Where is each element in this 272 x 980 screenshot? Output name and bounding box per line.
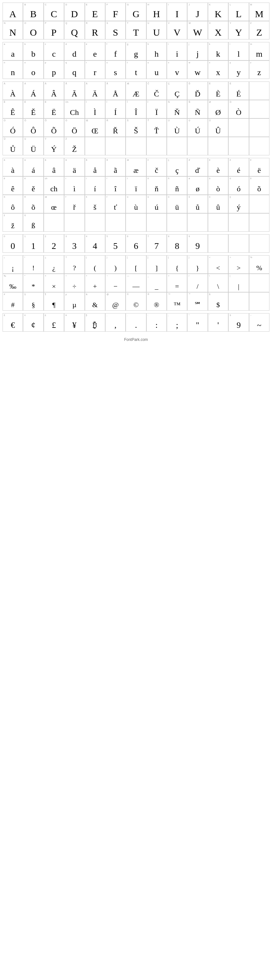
char-index: ) [107, 256, 107, 258]
char-glyph: T [133, 28, 139, 37]
char-cell: ÒÒ [228, 100, 249, 118]
char-glyph: ř [73, 204, 75, 211]
char-glyph: ø [196, 185, 200, 192]
char-index: ß [24, 214, 26, 216]
char-index: À [4, 83, 5, 85]
char-index: > [230, 256, 231, 258]
char-index: $ [209, 293, 210, 295]
char-index: G [127, 3, 128, 6]
char-index: õ [24, 196, 26, 198]
char-cell: ÝÝ [44, 137, 64, 155]
char-cell: LL [228, 3, 249, 21]
char-index: } [189, 256, 189, 258]
char-index: f [107, 43, 107, 45]
char-cell: ll [228, 42, 249, 60]
char-cell: kk [208, 42, 228, 60]
footer: FontPark.com [0, 334, 272, 345]
char-cell: õõ [23, 195, 43, 213]
char-glyph: ℠ [194, 301, 201, 309]
char-glyph: ň [155, 185, 158, 192]
char-glyph: ú [155, 204, 158, 211]
char-glyph: Ø [215, 108, 221, 116]
char-index: _ [148, 275, 149, 277]
char-glyph: y [237, 68, 241, 77]
char-cell: \\ [208, 274, 228, 292]
char-index: e [86, 43, 87, 45]
char-glyph: s [114, 68, 117, 77]
char-cell: vv [167, 60, 187, 79]
char-index: & [86, 293, 88, 295]
char-cell [167, 137, 187, 155]
char-cell: ?? [64, 255, 85, 274]
char-glyph: − [114, 283, 117, 290]
char-cell: ee [85, 42, 105, 60]
char-index: Ä [86, 83, 88, 85]
char-cell: ĎĎ [187, 81, 208, 100]
char-cell: ŮŮ [3, 137, 23, 155]
char-cell: úú [146, 195, 167, 213]
char-cell: BB [23, 3, 43, 21]
char-cell [85, 213, 105, 232]
char-index: Ď [189, 83, 190, 85]
char-cell: ÂÂ [44, 81, 64, 100]
char-index: õ [250, 177, 251, 180]
char-glyph: Ä [92, 90, 98, 98]
char-cell: ÅÅ [105, 81, 126, 100]
char-glyph: õ [257, 185, 261, 192]
char-index: 9 [230, 314, 231, 317]
char-cell: VV [167, 21, 187, 40]
char-glyph: ? [73, 264, 76, 272]
char-cell: [[ [126, 255, 146, 274]
char-glyph: i [176, 50, 178, 58]
char-index: Ř [107, 119, 108, 122]
char-cell [208, 234, 228, 253]
char-cell [249, 100, 269, 118]
char-cell: }} [187, 255, 208, 274]
char-cell: ûû [208, 195, 228, 213]
char-glyph: E [92, 9, 98, 19]
char-index: M [250, 3, 252, 6]
section-gap [3, 40, 269, 42]
char-cell: çç [167, 158, 187, 176]
char-glyph: S [113, 28, 118, 37]
char-index: Ø [209, 101, 211, 103]
char-cell: §§ [23, 292, 43, 311]
char-cell: ™™ [167, 292, 187, 311]
char-glyph: Y [235, 28, 242, 37]
char-glyph: w [195, 68, 201, 77]
char-index: ₿ [86, 314, 87, 317]
char-index: ™ [168, 293, 170, 295]
char-cell: == [167, 274, 187, 292]
char-index: S [107, 22, 108, 24]
char-index: ó [230, 177, 231, 180]
char-index: ď [189, 159, 190, 161]
char-cell: ÍÍ [105, 100, 126, 118]
char-index: É [230, 83, 231, 85]
char-glyph: \ [217, 283, 219, 290]
char-cell [249, 118, 269, 137]
char-glyph: ď [195, 167, 200, 174]
char-cell [44, 213, 64, 232]
char-index: : [148, 314, 148, 317]
char-index: + [86, 275, 87, 277]
char-index: × [45, 275, 46, 277]
char-glyph: O [30, 28, 37, 37]
char-index: D [66, 3, 67, 6]
char-cell: ďď [187, 158, 208, 176]
char-cell [249, 213, 269, 232]
char-index: 8 [168, 235, 169, 237]
char-index: ch [45, 177, 47, 180]
char-cell: ,, [105, 313, 126, 332]
char-cell: $$ [208, 292, 228, 311]
char-index: 7 [148, 235, 149, 237]
char-index: Ò [230, 101, 231, 103]
char-index: d [66, 43, 67, 45]
char-index: F [107, 3, 108, 6]
char-cell: ** [23, 274, 43, 292]
char-cell: chch [44, 176, 64, 195]
char-index: œ [45, 196, 47, 198]
char-cell: ℠℠ [187, 292, 208, 311]
char-cell: gg [126, 42, 146, 60]
char-cell: PP [44, 21, 64, 40]
char-index: Y [230, 22, 231, 24]
